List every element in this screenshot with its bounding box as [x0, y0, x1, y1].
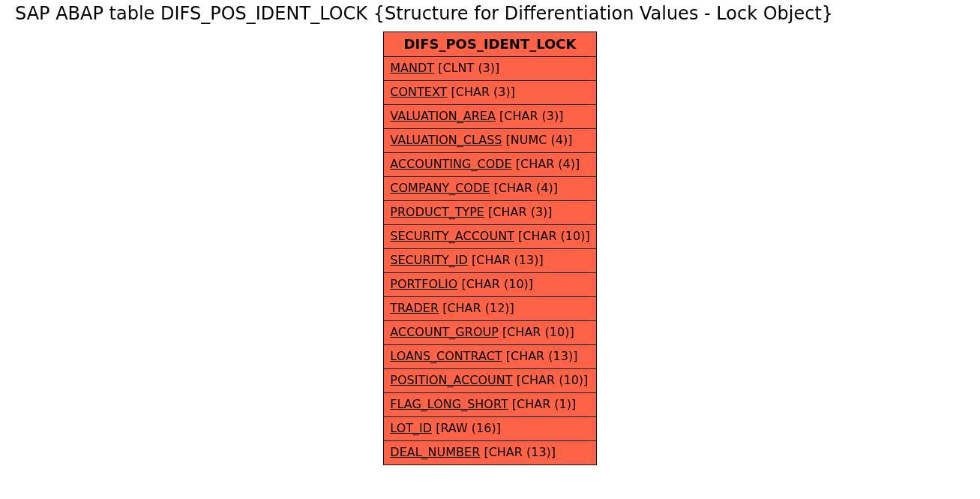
table-row: SECURITY_ID [CHAR (13)] [384, 249, 596, 273]
table-row: VALUATION_AREA [CHAR (3)] [384, 105, 596, 129]
field-type: [CLNT (3)] [438, 61, 499, 75]
field-name: LOT_ID [390, 421, 432, 435]
field-type: [CHAR (3)] [451, 85, 515, 99]
table-row: LOANS_CONTRACT [CHAR (13)] [384, 345, 596, 369]
field-cell: COMPANY_CODE [CHAR (4)] [384, 177, 596, 201]
table-row: DEAL_NUMBER [CHAR (13)] [384, 441, 596, 465]
table-row: PORTFOLIO [CHAR (10)] [384, 273, 596, 297]
table-row: VALUATION_CLASS [NUMC (4)] [384, 129, 596, 153]
field-type: [NUMC (4)] [506, 133, 573, 147]
field-type: [CHAR (3)] [488, 205, 553, 219]
field-cell: SECURITY_ACCOUNT [CHAR (10)] [384, 225, 596, 249]
table-row: ACCOUNT_GROUP [CHAR (10)] [384, 321, 596, 345]
field-type: [CHAR (3)] [499, 109, 564, 123]
field-cell: SECURITY_ID [CHAR (13)] [384, 249, 596, 273]
field-name: POSITION_ACCOUNT [390, 373, 512, 387]
field-type: [CHAR (10)] [517, 373, 589, 387]
field-cell: PORTFOLIO [CHAR (10)] [384, 273, 596, 297]
field-cell: PRODUCT_TYPE [CHAR (3)] [384, 201, 596, 225]
field-name: PORTFOLIO [390, 277, 457, 291]
field-type: [CHAR (10)] [518, 229, 590, 243]
field-cell: VALUATION_AREA [CHAR (3)] [384, 105, 596, 129]
field-name: COMPANY_CODE [390, 181, 490, 195]
field-name: ACCOUNTING_CODE [390, 157, 511, 171]
field-cell: LOT_ID [RAW (16)] [384, 417, 596, 441]
table-row: ACCOUNTING_CODE [CHAR (4)] [384, 153, 596, 177]
table-row: FLAG_LONG_SHORT [CHAR (1)] [384, 393, 596, 417]
diagram-area: DIFS_POS_IDENT_LOCK MANDT [CLNT (3)]CONT… [0, 32, 980, 465]
field-cell: ACCOUNTING_CODE [CHAR (4)] [384, 153, 596, 177]
table-row: TRADER [CHAR (12)] [384, 297, 596, 321]
field-cell: VALUATION_CLASS [NUMC (4)] [384, 129, 596, 153]
erd-header: DIFS_POS_IDENT_LOCK [384, 32, 596, 57]
table-row: LOT_ID [RAW (16)] [384, 417, 596, 441]
field-name: TRADER [390, 301, 439, 315]
field-name: ACCOUNT_GROUP [390, 325, 499, 339]
field-name: SECURITY_ID [390, 253, 468, 267]
field-type: [RAW (16)] [436, 421, 501, 435]
table-row: CONTEXT [CHAR (3)] [384, 81, 596, 105]
field-name: DEAL_NUMBER [390, 445, 480, 459]
field-name: VALUATION_AREA [390, 109, 496, 123]
field-cell: ACCOUNT_GROUP [CHAR (10)] [384, 321, 596, 345]
field-cell: LOANS_CONTRACT [CHAR (13)] [384, 345, 596, 369]
field-cell: DEAL_NUMBER [CHAR (13)] [384, 441, 596, 465]
field-name: SECURITY_ACCOUNT [390, 229, 514, 243]
page-title: SAP ABAP table DIFS_POS_IDENT_LOCK {Stru… [15, 3, 980, 24]
field-name: FLAG_LONG_SHORT [390, 397, 508, 411]
table-row: PRODUCT_TYPE [CHAR (3)] [384, 201, 596, 225]
table-row: SECURITY_ACCOUNT [CHAR (10)] [384, 225, 596, 249]
field-type: [CHAR (4)] [493, 181, 558, 195]
table-row: POSITION_ACCOUNT [CHAR (10)] [384, 369, 596, 393]
field-type: [CHAR (13)] [472, 253, 544, 267]
field-name: VALUATION_CLASS [390, 133, 502, 147]
field-name: LOANS_CONTRACT [390, 349, 502, 363]
field-type: [CHAR (1)] [512, 397, 577, 411]
field-type: [CHAR (13)] [484, 445, 556, 459]
field-name: MANDT [390, 61, 434, 75]
field-cell: FLAG_LONG_SHORT [CHAR (1)] [384, 393, 596, 417]
field-type: [CHAR (10)] [461, 277, 533, 291]
field-cell: CONTEXT [CHAR (3)] [384, 81, 596, 105]
page-root: SAP ABAP table DIFS_POS_IDENT_LOCK {Stru… [0, 0, 980, 465]
erd-body: MANDT [CLNT (3)]CONTEXT [CHAR (3)]VALUAT… [384, 57, 596, 465]
table-row: COMPANY_CODE [CHAR (4)] [384, 177, 596, 201]
field-type: [CHAR (13)] [506, 349, 578, 363]
erd-table: DIFS_POS_IDENT_LOCK MANDT [CLNT (3)]CONT… [383, 32, 596, 465]
field-cell: POSITION_ACCOUNT [CHAR (10)] [384, 369, 596, 393]
field-type: [CHAR (4)] [516, 157, 580, 171]
field-type: [CHAR (12)] [442, 301, 514, 315]
field-name: PRODUCT_TYPE [390, 205, 484, 219]
field-name: CONTEXT [390, 85, 447, 99]
field-type: [CHAR (10)] [502, 325, 574, 339]
field-cell: MANDT [CLNT (3)] [384, 57, 596, 81]
table-row: MANDT [CLNT (3)] [384, 57, 596, 81]
field-cell: TRADER [CHAR (12)] [384, 297, 596, 321]
